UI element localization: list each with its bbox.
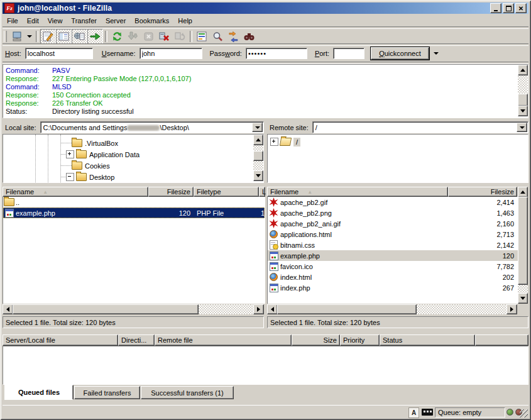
- find-files-button[interactable]: [241, 29, 257, 44]
- scrollbar-thumb[interactable]: [518, 197, 528, 285]
- column-header-filename[interactable]: Filename▲: [3, 187, 148, 197]
- column-header-filesize[interactable]: Filesize: [448, 187, 517, 197]
- scroll-down-button[interactable]: [518, 293, 528, 304]
- file-row-parent[interactable]: ..: [3, 197, 265, 207]
- tab-successful-transfers[interactable]: Successful transfers (1): [141, 386, 234, 399]
- log-scrollbar[interactable]: [518, 65, 528, 116]
- tab-failed-transfers[interactable]: Failed transfers: [74, 386, 140, 399]
- queue-column-blank[interactable]: [475, 334, 528, 346]
- reconnect-button[interactable]: [172, 29, 188, 44]
- local-list-body[interactable]: .. example.php 120 PHP File 1: [3, 197, 265, 304]
- toggle-remote-tree-button[interactable]: [72, 29, 87, 44]
- remote-list-body[interactable]: apache_pb2.gif 2,414 apache_pb2.png 1,46…: [267, 197, 518, 304]
- queue-column-direction[interactable]: Directi...: [118, 334, 155, 346]
- scroll-up-button[interactable]: [518, 187, 528, 197]
- toggle-transfer-queue-button[interactable]: [87, 29, 103, 44]
- tree-item-root[interactable]: /: [270, 136, 300, 147]
- column-header-filesize[interactable]: Filesize: [148, 187, 194, 197]
- expand-plus-icon[interactable]: [270, 138, 278, 146]
- toggle-message-log-button[interactable]: [40, 29, 56, 44]
- tree-item-cookies[interactable]: Cookies: [70, 160, 110, 171]
- file-row[interactable]: applications.html 2,713: [268, 229, 518, 240]
- username-input[interactable]: [140, 48, 202, 59]
- file-row[interactable]: favicon.ico 7,782: [268, 261, 518, 272]
- file-row-selected[interactable]: example.php 120: [268, 250, 518, 261]
- scrollbar-thumb[interactable]: [253, 151, 263, 161]
- scroll-left-button[interactable]: [3, 304, 13, 314]
- tree-item-desktop[interactable]: Desktop: [66, 172, 114, 182]
- scroll-down-button[interactable]: [253, 170, 263, 181]
- scroll-up-button[interactable]: [518, 65, 528, 75]
- queue-body[interactable]: [3, 346, 528, 385]
- file-row[interactable]: index.php 267: [268, 282, 518, 293]
- scrollbar-thumb[interactable]: [518, 94, 528, 106]
- collapse-minus-icon[interactable]: [66, 173, 74, 181]
- file-row[interactable]: apache_pb2.gif 2,414: [268, 197, 518, 207]
- remote-site-combobox[interactable]: /: [312, 121, 528, 133]
- quickconnect-button[interactable]: Quickconnect: [371, 47, 429, 60]
- file-row[interactable]: apache_pb2_ani.gif 2,160: [268, 218, 518, 229]
- column-header-lastmodified[interactable]: L: [259, 187, 265, 197]
- cancel-operation-button[interactable]: [141, 29, 156, 44]
- tree-item-application-data[interactable]: Application Data: [66, 149, 140, 160]
- combo-dropdown-button[interactable]: [517, 123, 527, 132]
- close-button[interactable]: ✕: [515, 3, 527, 13]
- menu-help[interactable]: Help: [173, 16, 197, 26]
- remote-directory-tree[interactable]: /: [267, 134, 528, 183]
- scroll-right-button[interactable]: [506, 304, 517, 314]
- password-input[interactable]: [246, 48, 307, 59]
- remote-vscrollbar[interactable]: [518, 187, 528, 304]
- scrollbar-thumb[interactable]: [13, 304, 199, 314]
- file-row-selected[interactable]: example.php 120 PHP File 1: [3, 207, 265, 218]
- scroll-down-button[interactable]: [518, 106, 528, 116]
- file-row[interactable]: index.html 202: [268, 272, 518, 282]
- remote-hscrollbar[interactable]: [267, 304, 517, 314]
- menu-bookmarks[interactable]: Bookmarks: [130, 16, 173, 26]
- queue-column-priority[interactable]: Priority: [340, 334, 380, 346]
- scroll-right-button[interactable]: [253, 304, 264, 314]
- column-header-filetype[interactable]: Filetype: [194, 187, 259, 197]
- menu-file[interactable]: File: [3, 16, 23, 26]
- title-bar[interactable]: Fz john@localhost - FileZilla ✕: [3, 3, 528, 14]
- scroll-left-button[interactable]: [267, 304, 278, 314]
- menu-transfer[interactable]: Transfer: [67, 16, 101, 26]
- local-site-combobox[interactable]: C:\Documents and Settings\Desktop\: [40, 121, 264, 133]
- combo-dropdown-button[interactable]: [252, 123, 263, 132]
- ascii-transfer-type-icon[interactable]: A: [408, 407, 419, 418]
- tree-item-virtualbox[interactable]: .VirtualBox: [70, 138, 118, 148]
- disconnect-button[interactable]: [156, 29, 172, 44]
- status-indicator-icon[interactable]: [422, 409, 433, 416]
- site-manager-dropdown-button[interactable]: [25, 29, 34, 44]
- quickconnect-dropdown-button[interactable]: [430, 47, 442, 60]
- local-tree-scrollbar[interactable]: [253, 135, 263, 181]
- queue-column-remote-file[interactable]: Remote file: [155, 334, 292, 346]
- queue-column-size[interactable]: Size: [292, 334, 340, 346]
- resize-grip[interactable]: [520, 409, 528, 417]
- maximize-button[interactable]: [503, 3, 514, 13]
- host-input[interactable]: [25, 48, 93, 59]
- expand-plus-icon[interactable]: [66, 150, 74, 158]
- toggle-local-tree-button[interactable]: [56, 29, 72, 44]
- directory-filters-button[interactable]: [194, 29, 210, 44]
- file-row[interactable]: bitnami.css 2,142: [268, 240, 518, 250]
- menu-view[interactable]: View: [43, 16, 67, 26]
- local-hscrollbar[interactable]: [3, 304, 264, 314]
- menu-edit[interactable]: Edit: [23, 16, 43, 26]
- queue-column-server-local-file[interactable]: Server/Local file: [3, 334, 118, 346]
- minimize-button[interactable]: [490, 3, 501, 13]
- scroll-up-button[interactable]: [253, 135, 263, 145]
- refresh-button[interactable]: [109, 29, 125, 44]
- scrollbar-thumb[interactable]: [277, 304, 417, 314]
- queue-column-status[interactable]: Status: [380, 334, 475, 346]
- synchronized-browsing-button[interactable]: [226, 29, 241, 44]
- message-log[interactable]: Command:PASV Response:227 Entering Passi…: [3, 64, 528, 118]
- port-input[interactable]: [333, 48, 364, 59]
- column-header-filename[interactable]: Filename▲: [267, 187, 448, 197]
- directory-comparison-button[interactable]: [210, 29, 226, 44]
- toolbar-grip[interactable]: [4, 31, 7, 42]
- file-row[interactable]: apache_pb2.png 1,463: [268, 207, 518, 218]
- menu-server[interactable]: Server: [101, 16, 130, 26]
- site-manager-button[interactable]: [9, 29, 25, 44]
- local-directory-tree[interactable]: .VirtualBox Application Data Cookies Des…: [3, 134, 264, 183]
- process-queue-button[interactable]: [125, 29, 141, 44]
